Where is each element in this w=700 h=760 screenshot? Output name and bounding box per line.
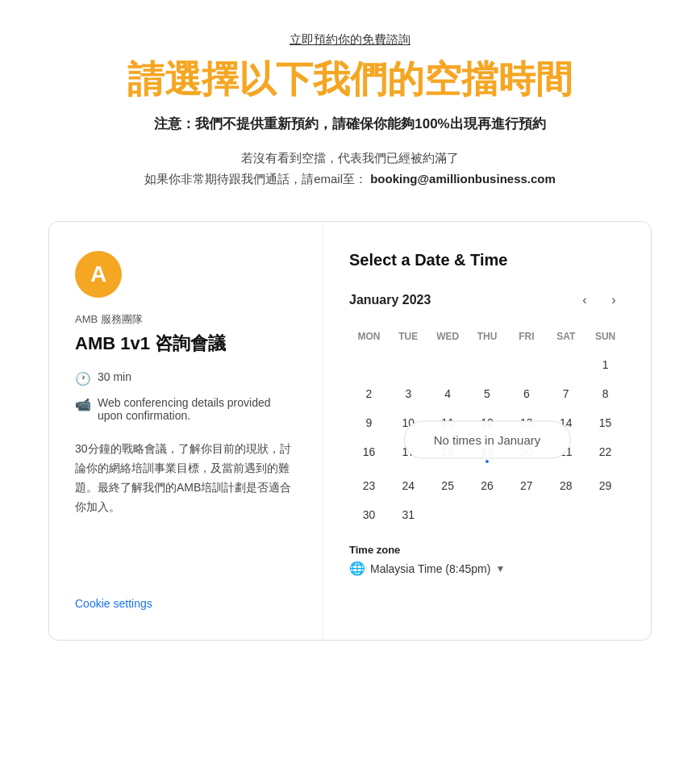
calendar-day[interactable]: 15 <box>585 410 625 436</box>
calendar-day <box>428 352 468 378</box>
calendar-nav: January 2023 ‹ › <box>349 289 625 311</box>
calendar-day[interactable]: 4 <box>428 381 468 407</box>
day-sat: SAT <box>546 328 585 345</box>
calendar-day <box>468 502 507 528</box>
description-text: 30分鐘的戰略會議，了解你目前的現狀，討論你的網絡培訓事業目標，及當前遇到的難題… <box>75 440 297 516</box>
calendar-day <box>468 352 507 378</box>
calendar-day[interactable]: 5 <box>468 381 507 407</box>
calendar-day[interactable]: 8 <box>585 381 625 407</box>
card-right: Select a Date & Time January 2023 ‹ › MO… <box>323 222 651 640</box>
calendar-day[interactable]: 31 <box>389 502 428 528</box>
day-thu: THU <box>468 328 507 345</box>
calendar-day <box>506 352 546 378</box>
day-fri: FRI <box>506 328 546 345</box>
calendar-day[interactable]: 25 <box>428 473 468 499</box>
meeting-title: AMB 1v1 咨詢會議 <box>75 332 297 356</box>
calendar-day[interactable]: 6 <box>506 381 546 407</box>
email-address: booking@amillionbusiness.com <box>370 172 556 186</box>
calendar-day[interactable]: 9 <box>349 410 389 436</box>
select-datetime-title: Select a Date & Time <box>349 251 625 269</box>
calendar-day <box>546 352 585 378</box>
calendar-day <box>585 502 625 528</box>
conferencing-text: Web conferencing details provided upon c… <box>98 396 297 422</box>
sub-line1: 若沒有看到空擋，代表我們已經被約滿了 <box>241 151 459 165</box>
day-sun: SUN <box>585 328 625 345</box>
duration-item: 🕐 30 min <box>75 370 297 386</box>
calendar-day[interactable]: 23 <box>349 473 389 499</box>
calendar-day[interactable]: 27 <box>506 473 546 499</box>
clock-icon: 🕐 <box>75 371 91 386</box>
calendar-day[interactable]: 24 <box>389 473 428 499</box>
day-mon: MON <box>349 328 389 345</box>
timezone-selector[interactable]: 🌐 Malaysia Time (8:45pm) ▼ <box>349 561 625 576</box>
calendar-day <box>546 502 585 528</box>
nav-buttons: ‹ › <box>573 289 625 311</box>
timezone-label: Time zone <box>349 544 625 556</box>
calendar-header: MON TUE WED THU FRI SAT SUN <box>349 328 625 345</box>
conferencing-item: 📹 Web conferencing details provided upon… <box>75 396 297 422</box>
globe-icon: 🌐 <box>349 561 365 576</box>
calendar-day[interactable]: 16 <box>349 439 389 470</box>
day-tue: TUE <box>389 328 428 345</box>
calendar-body: 1234567891011121314151617181920212223242… <box>349 352 625 528</box>
top-link[interactable]: 立即預約你的免費諮詢 <box>290 32 410 46</box>
cookie-settings-link[interactable]: Cookie settings <box>75 597 152 610</box>
calendar-day[interactable]: 26 <box>468 473 507 499</box>
calendar-day[interactable]: 1 <box>585 352 625 378</box>
calendar-day <box>389 352 428 378</box>
timezone-value: Malaysia Time (8:45pm) <box>370 562 490 575</box>
calendar-day[interactable]: 30 <box>349 502 389 528</box>
calendar-day[interactable]: 22 <box>585 439 625 470</box>
booking-card: A AMB 服務團隊 AMB 1v1 咨詢會議 🕐 30 min 📹 Web c… <box>48 221 652 641</box>
calendar-day[interactable]: 3 <box>389 381 428 407</box>
calendar-day <box>428 502 468 528</box>
sub-text: 若沒有看到空擋，代表我們已經被約滿了 如果你非常期待跟我們通話，請email至：… <box>48 148 652 189</box>
calendar-day <box>349 352 389 378</box>
calendar-day[interactable]: 7 <box>546 381 585 407</box>
duration-text: 30 min <box>98 370 131 383</box>
next-month-button[interactable]: › <box>602 289 625 311</box>
notice-text: 注意：我們不提供重新預約，請確保你能夠100%出現再進行預約 <box>48 115 652 133</box>
calendar-grid: MON TUE WED THU FRI SAT SUN 123456789101… <box>349 328 625 528</box>
video-icon: 📹 <box>75 397 91 412</box>
calendar-month: January 2023 <box>349 293 431 307</box>
page-container: 立即預約你的免費諮詢 請選擇以下我們的空擋時間 注意：我們不提供重新預約，請確保… <box>0 0 700 673</box>
top-link-container: 立即預約你的免費諮詢 <box>48 32 652 48</box>
no-times-text: No times in January <box>434 433 541 447</box>
calendar-day[interactable]: 2 <box>349 381 389 407</box>
dropdown-arrow-icon: ▼ <box>495 563 505 574</box>
calendar-day[interactable]: 28 <box>546 473 585 499</box>
no-times-overlay: No times in January <box>404 421 571 459</box>
avatar: A <box>75 251 122 298</box>
sub-line2: 如果你非常期待跟我們通話，請email至： <box>144 172 367 186</box>
timezone-section: Time zone 🌐 Malaysia Time (8:45pm) ▼ <box>349 544 625 576</box>
team-label: AMB 服務團隊 <box>75 312 297 327</box>
day-wed: WED <box>428 328 468 345</box>
calendar-day <box>506 502 546 528</box>
prev-month-button[interactable]: ‹ <box>573 289 596 311</box>
main-heading: 請選擇以下我們的空擋時間 <box>48 57 652 102</box>
card-left: A AMB 服務團隊 AMB 1v1 咨詢會議 🕐 30 min 📹 Web c… <box>49 222 323 640</box>
cookie-link-container: Cookie settings <box>75 572 297 611</box>
calendar-day[interactable]: 29 <box>585 473 625 499</box>
